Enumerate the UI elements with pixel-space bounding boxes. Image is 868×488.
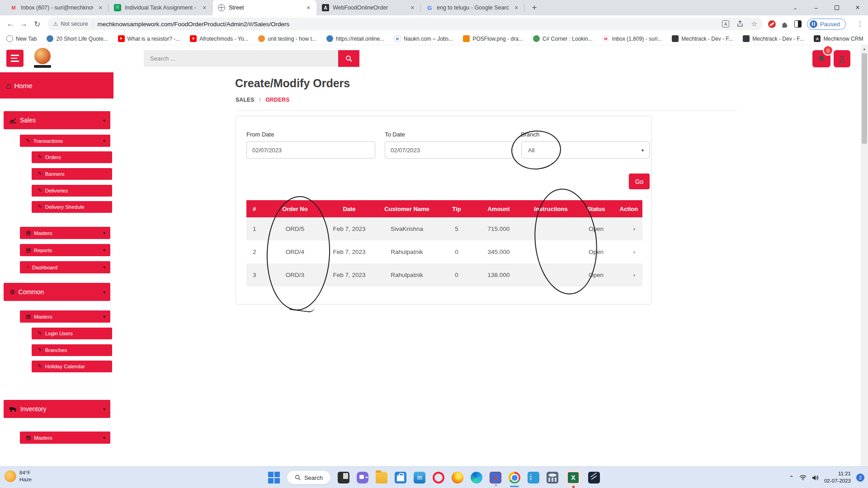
sidebar-item-masters[interactable]: ▤ Masters ▾ <box>20 227 110 239</box>
windows-start-button[interactable] <box>268 472 280 483</box>
app-logo[interactable] <box>33 48 52 69</box>
sidebar-item-transactions[interactable]: ✎ Transactions ▾ <box>20 135 110 147</box>
tab-sheets[interactable]: Individual Task Assignment - Goo × <box>108 0 212 15</box>
window-menu-chevron-icon[interactable]: ⌄ <box>785 0 806 15</box>
taskbar-clock[interactable]: 11:21 02-07-2023 <box>824 470 851 484</box>
translate-icon[interactable]: A <box>722 20 729 28</box>
taskbar-notepad-icon[interactable] <box>338 472 349 483</box>
sidebar-item-dashboard[interactable]: ◔ Dashboard ▾ <box>20 261 110 273</box>
taskbar-file-explorer-icon[interactable] <box>376 472 387 483</box>
forward-icon[interactable]: → <box>17 19 31 28</box>
sidebar-item-delivery-schedule[interactable]: ✎ Delivery Shedule <box>32 201 112 213</box>
sidebar-item-inventory[interactable]: Inventory ▾ <box>4 400 110 418</box>
bookmark-item[interactable]: https://retail.online... <box>326 35 384 42</box>
hamburger-menu-button[interactable] <box>6 50 24 67</box>
taskbar-edge-icon[interactable] <box>471 472 482 483</box>
chevron-right-icon[interactable]: › <box>615 217 642 240</box>
bookmark-item[interactable]: New Tab <box>6 35 37 42</box>
bookmark-item[interactable]: Afrotechmods - Yo... <box>190 35 248 42</box>
sidebar-item-common[interactable]: ⚙ Common ▾ <box>4 283 110 301</box>
search-button[interactable] <box>338 50 359 67</box>
sidebar-item-home[interactable]: ⌂ Home <box>0 72 113 99</box>
sidebar-item-reports[interactable]: ▤ Reports ▾ <box>20 244 110 256</box>
close-icon[interactable]: × <box>409 4 416 11</box>
chevron-right-icon[interactable]: › <box>615 263 642 286</box>
bookmark-item[interactable]: Mechtrack - Dev - F... <box>743 35 804 42</box>
sidebar-item-masters-common[interactable]: ▤ Masters ▾ <box>20 310 110 323</box>
profile-paused-chip[interactable]: Paused <box>807 19 846 30</box>
extension-dark-icon[interactable] <box>794 20 802 28</box>
sidebar-item-orders[interactable]: ✎ Orders <box>32 151 112 163</box>
taskbar-search[interactable]: Search <box>287 471 330 484</box>
from-date-input[interactable] <box>246 141 375 159</box>
window-restore-button[interactable] <box>826 0 847 15</box>
search-input[interactable] <box>144 50 338 67</box>
taskbar-mail-icon[interactable]: ✉ <box>414 472 425 483</box>
close-icon[interactable]: × <box>97 4 104 11</box>
youtube-icon <box>118 35 125 42</box>
window-minimize-button[interactable]: – <box>806 0 826 15</box>
status-open-link[interactable]: Open <box>577 217 615 240</box>
new-tab-button[interactable]: + <box>528 1 541 14</box>
bookmark-item[interactable]: Mechtrack - Dev - F... <box>672 35 733 42</box>
tab-webfoodonlineorder[interactable]: A WebFoodOnlineOrder × <box>316 0 420 15</box>
sidebar-item-deliveries[interactable]: ✎ Deliveries <box>32 185 112 197</box>
bookmark-item[interactable]: MInbox (1,609) - suri... <box>603 35 662 42</box>
tray-chevron-up-icon[interactable]: ⌃ <box>789 474 794 481</box>
taskbar-notebook-icon[interactable] <box>528 472 539 483</box>
extension-red-icon[interactable] <box>768 20 776 28</box>
cell-instructions <box>525 263 577 286</box>
bookmark-item[interactable]: POSFlow.png - dra... <box>463 35 523 42</box>
url-bar[interactable]: ⚠ Not secure mechknowsamplework.com/Food… <box>47 18 763 30</box>
extensions-puzzle-icon[interactable] <box>781 20 789 28</box>
bookmark-star-icon[interactable]: ☆ <box>751 20 757 28</box>
notification-center-badge[interactable]: 2 <box>856 474 864 482</box>
bookmark-item[interactable]: 20 Short Life Quote... <box>47 35 108 42</box>
close-icon[interactable]: × <box>201 4 208 11</box>
profile-button[interactable] <box>834 50 850 67</box>
browser-menu-icon[interactable]: ⋮ <box>857 20 863 28</box>
taskbar-sql-tool-icon[interactable] <box>588 472 600 483</box>
bookmark-item[interactable]: KNaukri.com – Jobs... <box>394 35 453 42</box>
taskbar-chrome-icon[interactable] <box>509 472 520 483</box>
wifi-icon[interactable] <box>799 475 807 480</box>
taskbar-opera-icon[interactable] <box>433 472 444 483</box>
sidebar-item-masters-inventory[interactable]: ▤ Masters ▾ <box>20 432 110 444</box>
taskbar-firefox-icon[interactable] <box>452 472 463 483</box>
sidebar-item-banners[interactable]: ✎ Banners <box>32 168 112 180</box>
branch-select[interactable]: All ▾ <box>521 141 650 159</box>
go-button[interactable]: Go <box>629 174 650 189</box>
sidebar-item-sales[interactable]: Sales ▾ <box>4 111 110 129</box>
speaker-icon[interactable] <box>812 475 819 481</box>
taskbar-store-icon[interactable] <box>395 472 406 483</box>
bookmark-item[interactable]: C# Corner : Lookin... <box>533 35 593 42</box>
share-icon[interactable] <box>736 20 744 28</box>
taskbar-chat-icon[interactable] <box>357 472 368 483</box>
to-date-input[interactable] <box>385 141 514 159</box>
close-icon[interactable]: × <box>513 4 520 11</box>
sidebar-item-label: Banners <box>45 171 65 177</box>
scroll-up-icon[interactable]: ▲ <box>861 46 868 52</box>
chevron-right-icon[interactable]: › <box>615 240 642 263</box>
bookmark-item[interactable]: unit testing - how t... <box>258 35 316 42</box>
tab-street-active[interactable]: Street × <box>212 0 316 15</box>
breadcrumb-current[interactable]: ORDERS <box>265 97 289 103</box>
status-open-link[interactable]: Open <box>577 240 615 263</box>
reload-icon[interactable]: ↻ <box>31 19 44 29</box>
sidebar-item-branches[interactable]: ✎ Branches <box>32 344 112 356</box>
close-icon[interactable]: × <box>305 4 312 11</box>
bookmark-item[interactable]: What is a resistor? -... <box>118 35 180 42</box>
tab-google-search[interactable]: G eng to telugu - Google Search × <box>420 0 524 15</box>
window-close-button[interactable]: × <box>847 0 868 15</box>
page-scrollbar[interactable]: ▲ <box>861 45 868 466</box>
sidebar-item-holiday-calendar[interactable]: ✎ Holiday Calendar <box>32 361 112 372</box>
bookmark-item[interactable]: AMechknow CRM <box>814 35 863 42</box>
back-icon[interactable]: ← <box>4 19 17 28</box>
taskbar-excel-icon[interactable]: X <box>566 470 581 485</box>
taskbar-calculator-icon[interactable] <box>547 472 558 483</box>
status-open-link[interactable]: Open <box>577 263 615 286</box>
tab-gmail[interactable]: M Inbox (607) - suri@mechknowsof × <box>5 0 108 15</box>
sidebar-item-login-users[interactable]: ✎ Login Users <box>32 328 112 339</box>
scrollbar-thumb[interactable] <box>862 53 867 144</box>
taskbar-xampp-icon[interactable]: X <box>490 472 501 483</box>
